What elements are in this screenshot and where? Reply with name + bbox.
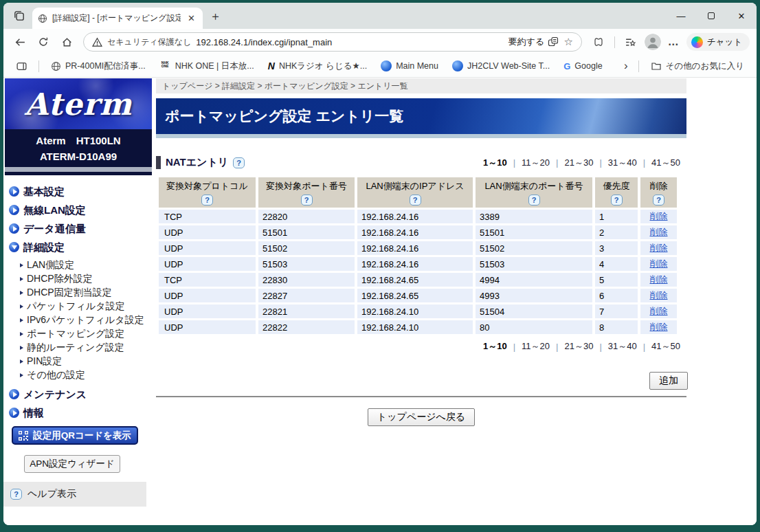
help-icon[interactable]: ? (653, 195, 664, 206)
menu-item-basic[interactable]: 基本設定 (9, 185, 150, 198)
table-cell: 51502 (476, 241, 592, 255)
table-cell: 192.168.24.16 (357, 225, 473, 239)
page-range-link[interactable]: 21～30 (558, 340, 599, 353)
table-row: UDP51501192.168.24.16515012削除 (159, 225, 677, 239)
table-cell: UDP (159, 241, 256, 255)
arrow-circle-icon (9, 205, 19, 215)
bookmark-nhk-one[interactable]: NHKONE NHK ONE | 日本放... (155, 58, 258, 74)
arrow-circle-icon (9, 408, 19, 418)
maximize-button[interactable] (696, 3, 726, 29)
browser-toolbar: セキュリティ保護なし 192.168.24.1/index.cgi/ipnat_… (3, 29, 757, 55)
submenu-dhcp-exclude[interactable]: DHCP除外設定 (20, 273, 150, 285)
qr-code-icon (19, 431, 28, 441)
submenu-static-routing[interactable]: 静的ルーティング設定 (20, 342, 150, 353)
delete-link[interactable]: 削除 (650, 322, 668, 332)
page-range-link[interactable]: 41～50 (645, 340, 686, 353)
menu-item-maintenance[interactable]: メンテナンス (9, 388, 150, 401)
delete-link[interactable]: 削除 (650, 227, 668, 237)
close-button[interactable]: ✕ (726, 3, 757, 29)
bookmark-jh2clv[interactable]: JH2CLV Web-Site T... (448, 58, 554, 74)
submenu-dhcp-fixed[interactable]: DHCP固定割当設定 (20, 287, 150, 298)
delete-link[interactable]: 削除 (650, 211, 668, 221)
bookmark-pr400mi[interactable]: PR-400MI配信済事... (47, 58, 150, 74)
profile-avatar[interactable] (645, 34, 661, 50)
table-cell: UDP (159, 320, 256, 334)
help-icon[interactable]: ? (611, 195, 623, 206)
bookmarks-overflow-icon[interactable]: › (621, 59, 631, 73)
blue-favicon (381, 60, 392, 71)
table-row: UDP51503192.168.24.16515034削除 (159, 257, 677, 271)
column-header-port: 変換対象ポート番号? (258, 177, 355, 208)
submenu-lan[interactable]: LAN側設定 (20, 259, 150, 271)
browser-tab[interactable]: [詳細設定] - [ポートマッピング設定 エ ✕ (32, 8, 203, 29)
page-range-link[interactable]: 41～50 (645, 157, 686, 169)
add-button[interactable]: 追加 (649, 372, 688, 390)
home-icon[interactable] (57, 32, 76, 52)
page-range-link[interactable]: 31～40 (602, 157, 643, 169)
delete-link[interactable]: 削除 (650, 243, 668, 253)
menu-item-data-usage[interactable]: データ通信量 (9, 222, 150, 235)
browser-essentials-icon[interactable] (589, 32, 608, 52)
folder-icon (651, 60, 662, 71)
submenu-other[interactable]: その他の設定 (20, 369, 150, 381)
table-cell: 4994 (476, 273, 592, 287)
arrow-circle-icon (9, 186, 19, 197)
section-bar (156, 156, 161, 169)
submenu-ipv6-filter[interactable]: IPv6パケットフィルタ設定 (20, 314, 150, 326)
table-cell: TCP (159, 273, 256, 287)
page-range-link[interactable]: 11～20 (515, 157, 556, 169)
page-range-link[interactable]: 31～40 (602, 340, 643, 353)
sidebar-panel-icon[interactable] (12, 56, 31, 76)
table-cell: 2 (595, 225, 638, 239)
n-favicon: N (268, 60, 275, 71)
copilot-chat-button[interactable]: チャット (686, 33, 750, 51)
nat-entries-table: 変換対象プロトコル? 変換対象ポート番号? LAN側端末のIPアドレス? LAN… (156, 175, 680, 336)
favorite-star-icon[interactable]: ☆ (563, 36, 572, 48)
delete-link[interactable]: 削除 (650, 258, 668, 269)
security-warning-icon (92, 37, 102, 47)
summarize-button[interactable]: 要約する (508, 36, 559, 48)
page-range-link[interactable]: 21～30 (558, 157, 599, 169)
favorites-hub-icon[interactable] (621, 32, 640, 52)
table-cell: 4993 (476, 289, 592, 302)
submenu-port-mapping[interactable]: ポートマッピング設定 (20, 328, 150, 340)
new-tab-button[interactable]: ＋ (210, 8, 221, 24)
show-qr-button[interactable]: 設定用QRコードを表示 (12, 426, 138, 445)
help-display-button[interactable]: ? ヘルプ表示 (3, 482, 146, 507)
delete-link[interactable]: 削除 (650, 290, 668, 300)
help-icon[interactable]: ? (201, 195, 213, 206)
table-row: UDP22827192.168.24.6549936削除 (159, 289, 677, 302)
delete-link[interactable]: 削除 (650, 306, 668, 316)
workspaces-icon[interactable] (13, 10, 25, 22)
help-icon[interactable]: ? (528, 195, 540, 206)
back-to-top-button[interactable]: トップページへ戻る (368, 408, 475, 426)
refresh-icon[interactable] (34, 32, 53, 52)
settings-menu-icon[interactable]: … (665, 36, 682, 48)
browser-window: [詳細設定] - [ポートマッピング設定 エ ✕ ＋ — ✕ セキュリティ保護な… (3, 3, 757, 525)
tab-close-icon[interactable]: ✕ (186, 13, 197, 23)
sidebar-menu: 基本設定 無線LAN設定 データ通信量 詳細設定 LAN側設定 DHCP除外設定 (3, 175, 153, 419)
bookmark-main-menu[interactable]: Main Menu (377, 58, 443, 74)
minimize-button[interactable]: — (666, 3, 696, 29)
address-bar[interactable]: セキュリティ保護なし 192.168.24.1/index.cgi/ipnat_… (83, 32, 582, 52)
delete-link[interactable]: 削除 (650, 274, 668, 285)
other-favorites-button[interactable]: その他のお気に入り (647, 58, 748, 74)
table-cell-delete: 削除 (640, 257, 677, 271)
help-icon[interactable]: ? (410, 195, 421, 206)
help-icon[interactable]: ? (301, 195, 313, 206)
column-header-lan-port: LAN側端末のポート番号? (476, 177, 592, 208)
submenu-packet-filter[interactable]: パケットフィルタ設定 (20, 300, 150, 312)
page-range-link[interactable]: 11～20 (515, 340, 556, 353)
bookmark-google[interactable]: G Google (559, 59, 606, 74)
apn-wizard-button[interactable]: APN設定ウィザード (24, 455, 120, 473)
breadcrumb: トップページ > 詳細設定 > ポートマッピング設定 > エントリ一覧 (156, 78, 686, 93)
titlebar: [詳細設定] - [ポートマッピング設定 エ ✕ ＋ — ✕ (3, 3, 757, 29)
column-header-lan-ip: LAN側端末のIPアドレス? (357, 177, 473, 208)
back-icon[interactable] (10, 32, 30, 52)
bookmark-nhk-radio[interactable]: N NHKラジオ らじる★... (264, 58, 371, 74)
menu-item-advanced[interactable]: 詳細設定 (9, 241, 150, 254)
menu-item-wlan[interactable]: 無線LAN設定 (9, 203, 150, 217)
menu-item-info[interactable]: 情報 (9, 406, 150, 419)
submenu-pin[interactable]: PIN設定 (20, 355, 150, 367)
help-icon[interactable]: ? (233, 157, 245, 168)
